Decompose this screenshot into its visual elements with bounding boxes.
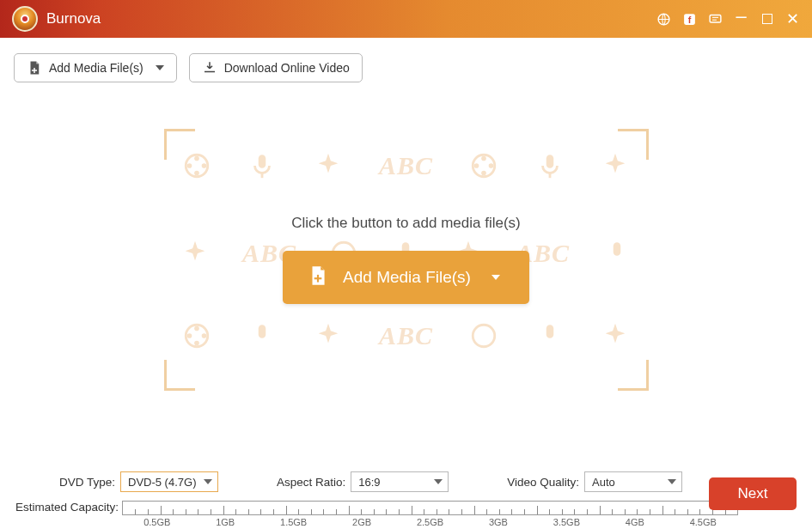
caret-down-icon [668,479,676,484]
watermark-row: ABC [164,151,649,180]
file-add-icon [27,60,42,76]
minimize-button[interactable]: – [734,9,748,24]
watermark-row: ABC [164,321,649,350]
caret-down-icon [156,65,164,70]
mic-icon [247,321,277,350]
file-add-icon [307,264,329,291]
svg-point-30 [186,333,192,338]
download-icon [202,60,217,76]
close-button[interactable]: ✕ [785,12,800,27]
mic-icon [535,151,565,180]
dvd-type-dropdown[interactable]: DVD-5 (4.7G) [120,471,218,492]
corner-bracket [618,360,649,391]
aspect-ratio-label: Aspect Ratio: [277,476,345,489]
capacity-label: Estimated Capacity: [14,501,119,514]
drop-zone[interactable]: ABC ABC ABC ABC Click the button to add … [164,129,649,391]
aspect-ratio-value: 16:9 [358,476,380,489]
download-video-label: Download Online Video [224,61,350,75]
dvd-type-value: DVD-5 (4.7G) [128,476,196,489]
app-title: Burnova [46,10,101,27]
toolbar: Add Media File(s) Download Online Video [0,38,812,91]
abc-watermark: ABC [379,151,433,180]
app-logo-wrap: Burnova [12,6,101,32]
svg-point-13 [186,163,192,168]
add-media-big-button[interactable]: Add Media File(s) [283,251,529,304]
caret-down-icon [491,275,500,280]
svg-rect-25 [614,242,621,256]
ruler-tick-label: 1.5GB [280,517,307,527]
svg-rect-21 [546,155,554,168]
svg-text:f: f [688,14,692,24]
reel-icon [469,321,498,350]
svg-rect-7 [32,70,37,71]
aspect-ratio-dropdown[interactable]: 16:9 [351,471,449,492]
svg-point-17 [482,155,487,161]
download-video-button[interactable]: Download Online Video [189,53,363,82]
globe-icon[interactable] [656,12,671,27]
svg-point-12 [194,170,199,175]
svg-point-19 [482,170,487,175]
video-quality-value: Auto [592,476,615,489]
svg-rect-35 [314,277,322,279]
mic-icon [247,151,277,180]
video-quality-dropdown[interactable]: Auto [584,471,682,492]
svg-point-28 [201,333,206,338]
add-media-label: Add Media File(s) [49,61,143,75]
svg-point-32 [473,325,496,347]
svg-point-16 [473,155,496,177]
sparkle-icon [314,321,343,350]
ruler-tick-label: 2GB [352,517,371,527]
add-media-button[interactable]: Add Media File(s) [14,53,177,82]
capacity-ruler: 0.5GB1GB1.5GB2GB2.5GB3GB3.5GB4GB4.5GB [122,501,738,515]
drop-prompt: Click the button to add media file(s) [291,215,520,232]
ruler-tick-label: 1GB [216,517,235,527]
next-button[interactable]: Next [709,477,797,510]
svg-point-11 [201,163,206,168]
bottom-panel: DVD Type: DVD-5 (4.7G) Aspect Ratio: 16:… [0,465,812,529]
svg-rect-33 [546,325,554,338]
maximize-button[interactable] [760,12,774,27]
caret-down-icon [434,479,443,484]
svg-point-27 [194,325,199,331]
add-media-big-label: Add Media File(s) [343,268,471,287]
mic-icon [535,321,565,350]
main-area: ABC ABC ABC ABC Click the button to add … [0,91,812,428]
svg-rect-14 [259,155,266,168]
svg-point-29 [194,340,199,345]
svg-rect-8 [205,71,215,73]
message-icon[interactable] [708,12,723,27]
ruler-tick-label: 3.5GB [553,517,580,527]
corner-bracket [618,129,649,160]
ruler-tick-label: 2.5GB [417,517,443,527]
svg-point-10 [194,155,199,161]
facebook-icon[interactable]: f [682,12,697,27]
app-logo-icon [12,6,38,32]
svg-point-26 [186,325,208,347]
sparkle-icon [314,151,343,180]
sparkle-icon [180,239,210,268]
next-label: Next [738,485,768,502]
ruler-tick-label: 0.5GB [143,517,170,527]
video-quality-label: Video Quality: [507,476,579,489]
corner-bracket [164,360,195,391]
mic-icon [602,239,632,268]
svg-point-20 [474,163,479,168]
sparkle-icon [601,321,630,350]
dvd-type-label: DVD Type: [14,476,115,489]
abc-watermark: ABC [379,321,433,350]
svg-rect-3 [710,15,721,22]
ruler-tick-label: 3GB [489,517,508,527]
reel-icon [469,151,498,180]
title-bar: Burnova f – ✕ [0,0,812,38]
corner-bracket [164,129,195,160]
ruler-tick-label: 4GB [626,517,644,527]
reel-icon [182,321,211,350]
svg-rect-31 [259,325,266,338]
ruler-tick-label: 4.5GB [690,517,717,527]
caret-down-icon [204,479,212,484]
svg-point-18 [489,163,494,168]
